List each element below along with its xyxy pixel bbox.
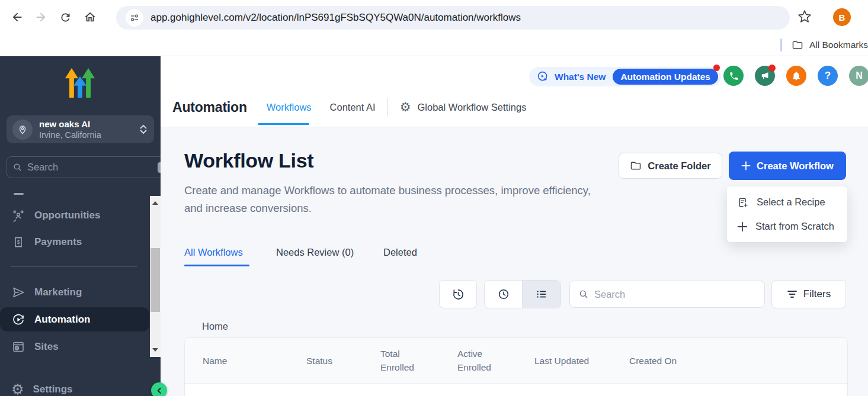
sidebar-collapse-button[interactable] (151, 382, 167, 396)
url-text[interactable]: app.gohighlevel.com/v2/location/lnPS691g… (150, 12, 521, 24)
whats-new-label[interactable]: What's New (555, 72, 606, 82)
sidebar-item-payments[interactable]: $ Payments (0, 229, 149, 255)
browser-toolbar: app.gohighlevel.com/v2/location/lnPS691g… (0, 0, 868, 34)
payments-icon: $ (11, 235, 25, 249)
tab-deleted[interactable]: Deleted (383, 247, 417, 258)
megaphone-icon (760, 71, 770, 81)
notifications-button[interactable] (786, 66, 806, 86)
recipe-icon (737, 197, 749, 208)
active-tab-underline (184, 265, 249, 266)
sites-icon (11, 340, 25, 354)
page-header: What's New Automation Updates (161, 56, 868, 127)
announcements-button[interactable] (755, 66, 775, 86)
sidebar: new oaks AI Irvine, California ctrl K (0, 56, 161, 396)
sidebar-item-automation[interactable]: Automation (0, 307, 149, 331)
gohighlevel-logo-icon (65, 65, 95, 101)
active-tab-underline (258, 123, 309, 125)
location-chevrons-icon (140, 125, 147, 134)
workflow-search[interactable] (569, 281, 765, 308)
workflow-list-title: Workflow List (184, 149, 313, 172)
automation-updates-badge[interactable]: Automation Updates (613, 69, 718, 85)
column-header-total-enrolled: Total Enrolled (380, 347, 422, 374)
history-clock-icon (451, 288, 465, 301)
header-divider (387, 98, 388, 117)
enrollment-history-button[interactable] (439, 280, 477, 308)
browser-forward-button[interactable] (31, 7, 51, 27)
execution-logs-button[interactable] (485, 281, 523, 308)
announcement-icon (537, 70, 549, 83)
url-bar[interactable]: app.gohighlevel.com/v2/location/lnPS691g… (116, 6, 790, 30)
location-city: Irvine, California (39, 130, 140, 140)
sidebar-item-marketing[interactable]: Marketing (0, 279, 149, 305)
page-title: Automation (172, 99, 247, 115)
tab-content-ai[interactable]: Content AI (330, 102, 376, 113)
sidebar-item-settings[interactable]: ⚙ Settings (0, 376, 149, 396)
phone-button[interactable] (723, 66, 744, 86)
plus-icon (737, 221, 748, 232)
sidebar-search-input[interactable] (27, 162, 158, 173)
gear-icon: ⚙ (11, 382, 24, 396)
browser-reload-button[interactable] (55, 7, 75, 27)
help-button[interactable]: ? (818, 66, 838, 86)
view-toggle-group (484, 280, 561, 308)
location-name: new oaks AI (39, 118, 140, 130)
folder-icon (792, 39, 803, 51)
menu-item-select-recipe[interactable]: Select a Recipe (727, 190, 847, 214)
list-view-button[interactable] (523, 281, 560, 308)
all-bookmarks-label[interactable]: All Bookmarks (809, 40, 868, 50)
filters-button[interactable]: Filters (771, 280, 846, 308)
create-workflow-dropdown: Select a Recipe Start from Scratch (727, 186, 847, 242)
sidebar-item-sites[interactable]: Sites (0, 334, 149, 360)
scroll-down-arrow[interactable] (152, 348, 158, 352)
site-info-icon[interactable] (126, 9, 143, 27)
plus-icon (741, 161, 751, 170)
clock-icon (497, 288, 510, 301)
create-folder-button[interactable]: Create Folder (619, 153, 722, 179)
tab-needs-review[interactable]: Needs Review (0) (276, 247, 354, 258)
scroll-up-arrow[interactable] (152, 201, 158, 205)
workflow-search-input[interactable] (594, 289, 756, 300)
location-texts: new oaks AI Irvine, California (39, 118, 140, 140)
browser-chrome: app.gohighlevel.com/v2/location/lnPS691g… (0, 0, 868, 56)
user-avatar[interactable]: N (849, 66, 868, 86)
global-workflow-settings-link[interactable]: ⚙ Global Workflow Settings (400, 100, 527, 114)
notification-dot (768, 65, 776, 72)
gear-icon: ⚙ (400, 100, 411, 114)
workflow-table: Name Status Total Enrolled Active Enroll… (184, 337, 848, 396)
location-pin-icon (12, 120, 33, 140)
browser-back-button[interactable] (7, 7, 27, 27)
table-header-row: Name Status Total Enrolled Active Enroll… (185, 338, 847, 384)
column-header-created-on: Created On (629, 354, 847, 368)
partial-menu-item (14, 193, 24, 195)
bell-icon (791, 70, 802, 81)
breadcrumb-home[interactable]: Home (202, 321, 228, 332)
phone-icon (729, 71, 739, 81)
column-header-name: Name (203, 354, 306, 368)
list-icon (535, 288, 548, 301)
column-header-last-updated: Last Updated (534, 354, 629, 368)
bookmarks-bar: All Bookmarks (0, 34, 868, 56)
tab-all-workflows[interactable]: All Workflows (184, 247, 243, 258)
tab-workflows[interactable]: Workflows (267, 102, 312, 113)
notification-dot (713, 65, 720, 71)
workflow-list-description: Create and manage Workflows to automate … (184, 182, 599, 217)
column-header-active-enrolled: Active Enrolled (457, 347, 499, 374)
table-row (185, 384, 847, 396)
column-header-status: Status (306, 354, 380, 368)
browser-home-button[interactable] (80, 7, 100, 27)
folder-icon (630, 160, 642, 172)
bookmark-star-icon[interactable] (797, 9, 812, 24)
location-switcher[interactable]: new oaks AI Irvine, California (7, 115, 154, 143)
browser-profile-avatar[interactable]: B (833, 8, 851, 26)
sidebar-item-opportunities[interactable]: Opportunities (0, 202, 149, 228)
bookmarks-divider (780, 38, 782, 51)
opportunities-icon (11, 208, 25, 223)
main-area: What's New Automation Updates (161, 56, 868, 396)
sidebar-divider (11, 266, 137, 267)
whats-new-pill[interactable]: What's New Automation Updates (529, 67, 721, 86)
create-workflow-button[interactable]: Create Workflow (729, 152, 846, 180)
scrollbar-thumb[interactable] (150, 248, 160, 312)
menu-item-start-from-scratch[interactable]: Start from Scratch (727, 214, 847, 239)
sidebar-scrollbar[interactable] (150, 196, 161, 357)
search-icon (578, 289, 589, 300)
